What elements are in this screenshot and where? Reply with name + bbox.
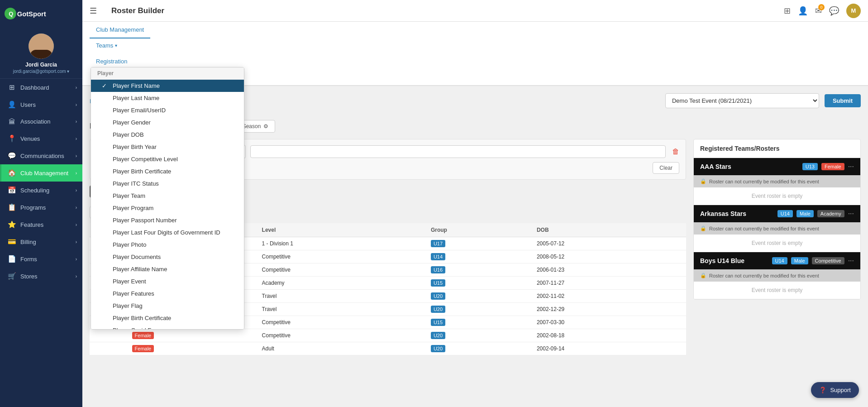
chevron-right-icon: ›: [76, 85, 77, 90]
logo: Q GotSport: [0, 0, 82, 27]
more-icon[interactable]: ···: [848, 257, 854, 265]
table-row[interactable]: Female Competitive U20 2002-08-18: [90, 329, 686, 342]
dropdown-item[interactable]: Player Birth Year: [91, 141, 244, 153]
group-badge: U14: [431, 253, 445, 260]
dashboard-icon: ⊞: [7, 83, 17, 91]
chevron-right-icon: ›: [76, 136, 77, 141]
dropdown-item[interactable]: Player DOB: [91, 129, 244, 141]
player-group-cell: U15: [426, 277, 532, 290]
player-level-cell: 1 - Division 1: [258, 237, 426, 250]
dropdown-item[interactable]: Player Team: [91, 190, 244, 202]
more-icon[interactable]: ···: [848, 210, 854, 218]
player-group-cell: U20: [426, 342, 532, 355]
chevron-right-icon: ›: [76, 171, 77, 176]
sidebar-item-label: Club Management: [20, 170, 68, 177]
filter-dropdown[interactable]: Player ✓Player First NamePlayer Last Nam…: [91, 67, 244, 330]
sidebar-item-label: Dashboard: [20, 84, 49, 91]
sidebar-item-label: Users: [20, 101, 36, 108]
player-level-cell: Competitive: [258, 329, 426, 342]
dropdown-item[interactable]: Player Birth Certificate: [91, 312, 244, 324]
sidebar-item-programs[interactable]: 📋 Programs ›: [0, 199, 82, 216]
dropdown-item[interactable]: Player Competitive Level: [91, 153, 244, 165]
user-icon[interactable]: 👤: [798, 6, 808, 16]
billing-icon: 💳: [7, 238, 17, 246]
venues-icon: 📍: [7, 134, 17, 143]
profile-name: Jordi Garcia: [25, 62, 57, 68]
sidebar-item-scheduling[interactable]: 📅 Scheduling ›: [0, 182, 82, 199]
player-dob-cell: 2007-11-27: [532, 277, 686, 290]
filter-value-input[interactable]: [250, 145, 666, 158]
chevron-down-icon: ▾: [115, 43, 117, 48]
registered-teams-title: Registered Teams/Rosters: [694, 139, 860, 158]
dropdown-item[interactable]: Player Birth Certificate: [91, 165, 244, 177]
chevron-right-icon: ›: [76, 205, 77, 210]
club-management-icon: 🏠: [7, 169, 17, 177]
player-dob-cell: 2007-03-30: [532, 316, 686, 329]
team-empty-message: Event roster is empty: [694, 187, 860, 205]
gender-badge: Female: [132, 332, 154, 339]
dropdown-item[interactable]: Player Last Four Digits of Government ID: [91, 226, 244, 239]
player-group-cell: U20: [426, 329, 532, 342]
svg-text:GotSport: GotSport: [17, 10, 46, 18]
stores-icon: 🛒: [7, 272, 17, 280]
sidebar-item-communications[interactable]: 💬 Communications ›: [0, 147, 82, 164]
group-badge: U15: [431, 319, 445, 326]
dropdown-item[interactable]: Player Program: [91, 202, 244, 214]
dropdown-item[interactable]: Player Event: [91, 275, 244, 287]
grid-icon[interactable]: ⊞: [784, 6, 791, 16]
dropdown-player-items: ✓Player First NamePlayer Last NamePlayer…: [91, 80, 244, 330]
support-button[interactable]: ❓ Support: [811, 382, 859, 398]
dropdown-item[interactable]: Player Photo: [91, 239, 244, 251]
team-card: Arkansas Stars U14 Male Academy ··· 🔒 Ro…: [694, 205, 860, 252]
gotsport-logo: Q GotSport: [5, 5, 59, 22]
group-badge: U16: [431, 266, 445, 273]
dropdown-item[interactable]: Player ITC Status: [91, 177, 244, 190]
player-dob-cell: 2002-08-18: [532, 329, 686, 342]
dropdown-item[interactable]: ✓Player First Name: [91, 80, 244, 92]
dropdown-item[interactable]: Player Gender: [91, 116, 244, 129]
group-badge: U20: [431, 332, 445, 339]
subnav-item-teams[interactable]: Teams ▾: [90, 38, 150, 54]
dropdown-item[interactable]: Player Documents: [91, 251, 244, 263]
gender-badge: Female: [132, 345, 154, 352]
dropdown-item[interactable]: Player Affiliate Name: [91, 263, 244, 275]
topbar-icons: ⊞ 👤 ✉ 0 💬 M: [784, 4, 861, 18]
subnav-item-club-management[interactable]: Club Management: [90, 22, 150, 38]
sidebar-item-features[interactable]: ⭐ Features ›: [0, 216, 82, 233]
team-card: AAA Stars U13 Female ··· 🔒 Roster can no…: [694, 158, 860, 205]
dropdown-item[interactable]: Player Last Name: [91, 92, 244, 104]
dropdown-item[interactable]: Player Covid Form: [91, 324, 244, 330]
clear-button[interactable]: Clear: [653, 162, 679, 174]
team-name: AAA Stars: [700, 163, 799, 170]
features-icon: ⭐: [7, 220, 17, 229]
sidebar-item-users[interactable]: 👤 Users ›: [0, 96, 82, 113]
menu-hamburger-icon[interactable]: ☰: [90, 6, 97, 16]
chat-icon[interactable]: 💬: [829, 6, 839, 16]
sidebar-item-association[interactable]: 🏛 Association ›: [0, 113, 82, 130]
player-dob-cell: 2005-07-12: [532, 237, 686, 250]
group-badge: U20: [431, 306, 445, 313]
profile-email: jordi.garcia@gotsport.com ▾: [13, 69, 70, 74]
gender-badge: Male: [796, 210, 814, 217]
sidebar-item-dashboard[interactable]: ⊞ Dashboard ›: [0, 79, 82, 96]
chevron-right-icon: ›: [76, 153, 77, 158]
submit-button[interactable]: Submit: [825, 94, 861, 107]
dropdown-item[interactable]: Player Features: [91, 287, 244, 300]
user-avatar[interactable]: M: [846, 4, 861, 18]
sidebar-item-venues[interactable]: 📍 Venues ›: [0, 130, 82, 147]
sidebar-item-stores[interactable]: 🛒 Stores ›: [0, 268, 82, 285]
sidebar-item-forms[interactable]: 📄 Forms ›: [0, 250, 82, 268]
table-row[interactable]: Female Adult U20 2002-09-14: [90, 342, 686, 355]
dropdown-item[interactable]: Player Email/UserID: [91, 104, 244, 116]
group-badge: U20: [431, 345, 445, 352]
sidebar-item-club-management[interactable]: 🏠 Club Management ›: [0, 164, 82, 182]
sidebar-item-label: Features: [20, 221, 43, 228]
event-select[interactable]: Demo Test Event (08/21/2021): [665, 93, 819, 108]
dropdown-item[interactable]: Player Passport Number: [91, 214, 244, 226]
more-icon[interactable]: ···: [848, 163, 854, 171]
dropdown-item[interactable]: Player Flag: [91, 300, 244, 312]
sidebar-item-billing[interactable]: 💳 Billing ›: [0, 233, 82, 250]
chevron-right-icon: ›: [76, 222, 77, 227]
bell-icon[interactable]: ✉ 0: [815, 6, 822, 16]
filter-delete-icon[interactable]: 🗑: [672, 148, 679, 156]
